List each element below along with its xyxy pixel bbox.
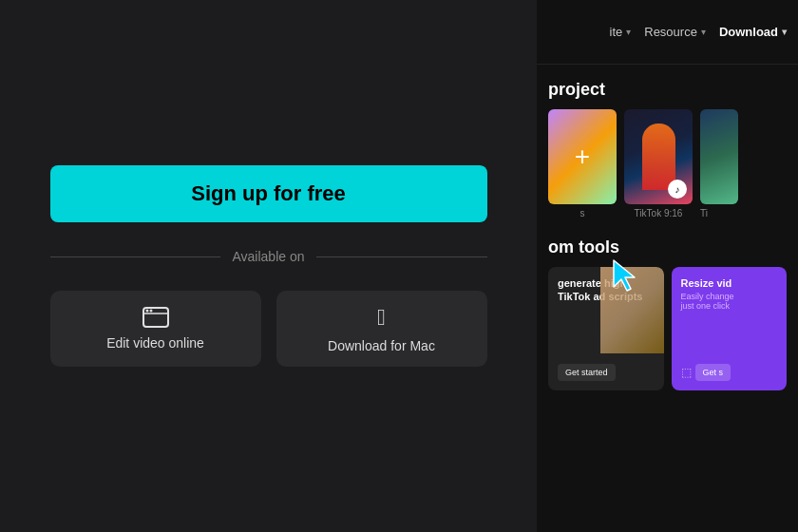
third-thumbnail[interactable] [700, 109, 738, 204]
browser-icon [142, 307, 169, 328]
thumb3-label: Ti [700, 208, 738, 218]
signup-button[interactable]: Sign up for free [50, 165, 487, 222]
tools-grid: generate high-TikTok ad scripts Get star… [548, 267, 787, 390]
project-title: project [548, 80, 787, 100]
resize-icon: ⬚ [681, 366, 692, 379]
svg-point-2 [145, 310, 148, 313]
tiktok-logo: ♪ [668, 180, 687, 199]
thumb1-label: s [548, 208, 617, 218]
nav-download-chevron: ▾ [782, 27, 787, 37]
thumb2-label: TikTok 9:16 [624, 208, 693, 218]
nav-resource[interactable]: Resource ▾ [644, 25, 706, 39]
available-on-row: Available on [50, 249, 487, 264]
nav-download[interactable]: Download ▾ [719, 25, 787, 39]
person-silhouette [642, 124, 675, 190]
left-panel: Sign up for free Available on Edit video… [0, 0, 537, 532]
tool-card-2-title: Resize vid [681, 276, 778, 290]
tool-card-1-btn[interactable]: Get started [558, 364, 616, 381]
nav-template-chevron: ▾ [626, 27, 631, 37]
divider-left [50, 256, 221, 257]
download-mac-label: Download for Mac [328, 338, 435, 353]
right-content: project + s ♪ Tik [537, 65, 798, 532]
nav-download-label: Download [719, 25, 778, 39]
tool-card-2-text: Resize vid Easily changejust one click [681, 276, 778, 311]
add-icon: + [575, 142, 590, 172]
tool-card-2-subtitle: Easily changejust one click [681, 292, 778, 311]
nav-template[interactable]: ite ▾ [610, 25, 632, 39]
tool-card-1[interactable]: generate high-TikTok ad scripts Get star… [548, 267, 664, 390]
project-thumbs: + s ♪ TikTok 9:16 [548, 109, 787, 218]
tools-title: om tools [548, 238, 787, 257]
apple-icon:  [377, 304, 386, 331]
third-thumb-item: Ti [700, 109, 738, 218]
right-panel: ite ▾ Resource ▾ Download ▾ project + s [537, 0, 798, 532]
tiktok-thumbnail[interactable]: ♪ [624, 109, 693, 204]
tool-card-2-btn[interactable]: Get s [695, 364, 732, 381]
add-project-item: + s [548, 109, 617, 218]
tiktok-thumb-item: ♪ TikTok 9:16 [624, 109, 693, 218]
tool-thumb-image [600, 267, 664, 353]
nav-resource-chevron: ▾ [701, 27, 706, 37]
tool-card-2-content: Resize vid Easily changejust one click ⬚… [672, 267, 788, 390]
available-on-text: Available on [232, 249, 304, 264]
nav-resource-label: Resource [644, 25, 697, 39]
divider-right [316, 256, 487, 257]
project-section: project + s ♪ Tik [548, 80, 787, 218]
edit-online-label: Edit video online [106, 335, 204, 351]
tool-card-2[interactable]: Resize vid Easily changejust one click ⬚… [672, 267, 788, 390]
edit-online-button[interactable]: Edit video online [50, 291, 261, 367]
download-mac-button[interactable]:  Download for Mac [276, 291, 487, 367]
top-nav: ite ▾ Resource ▾ Download ▾ [537, 0, 798, 65]
tool-card-2-footer: ⬚ Get s [681, 364, 778, 381]
nav-template-label: ite [610, 25, 623, 39]
signup-label: Sign up for free [191, 181, 346, 206]
tools-section: om tools generate high-TikTok ad scripts… [548, 238, 787, 390]
svg-point-3 [149, 310, 152, 313]
platform-buttons: Edit video online  Download for Mac [50, 291, 487, 367]
add-project-button[interactable]: + [548, 109, 617, 204]
